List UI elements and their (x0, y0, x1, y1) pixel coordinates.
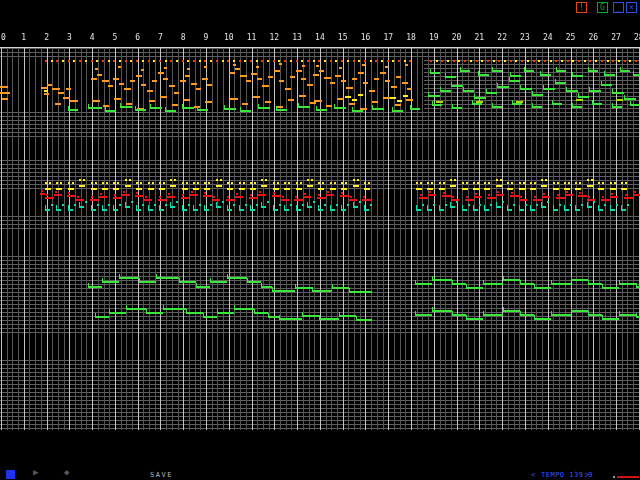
measure-number: 24 (543, 33, 553, 43)
measure-number: 26 (588, 33, 598, 43)
window-buttons: ! G _ × (0, 2, 640, 14)
measure-number: 15 (338, 33, 348, 43)
measure-number: 11 (247, 33, 257, 43)
measure-number: 19 (429, 33, 439, 43)
close-icon[interactable]: × (626, 2, 637, 13)
scroll-position-bar[interactable] (617, 476, 639, 478)
sequencer-window: 0123456789101112131415161718192021222324… (0, 0, 640, 480)
measure-number: 14 (315, 33, 325, 43)
measure-number: 10 (224, 33, 234, 43)
minimize-icon[interactable]: _ (613, 2, 624, 13)
measure-number: 23 (520, 33, 530, 43)
measure-number: 5 (112, 33, 117, 43)
measure-number: 3 (67, 33, 72, 43)
tempo-increase-button[interactable]: > (585, 471, 590, 479)
measure-number: 0 (1, 33, 6, 43)
play-icon[interactable]: ▶ (33, 467, 38, 477)
save-button[interactable]: SAVE (150, 471, 173, 479)
measure-number: 17 (383, 33, 393, 43)
tempo-decrease-button[interactable]: < (531, 471, 536, 479)
measure-number: 16 (361, 33, 371, 43)
status-bar: ▶ ◆ SAVE < TEMPO 139.9 > (0, 466, 640, 480)
measure-number: 4 (90, 33, 95, 43)
measure-number: 25 (566, 33, 576, 43)
measure-number: 8 (181, 33, 186, 43)
measure-number: 20 (452, 33, 462, 43)
measure-number: 2 (44, 33, 49, 43)
measure-number: 1 (21, 33, 26, 43)
loop-icon[interactable]: ◆ (64, 467, 69, 477)
measure-number: 6 (135, 33, 140, 43)
measure-number: 28 (634, 33, 640, 43)
g-icon[interactable]: G (597, 2, 608, 13)
measure-number: 7 (158, 33, 163, 43)
alert-icon[interactable]: ! (576, 2, 587, 13)
piano-roll[interactable] (0, 0, 640, 480)
measure-number: 9 (204, 33, 209, 43)
measure-ruler[interactable]: 0123456789101112131415161718192021222324… (0, 32, 640, 46)
stop-button[interactable] (6, 470, 15, 479)
measure-number: 27 (611, 33, 621, 43)
scrollbar-thumb-icon[interactable] (613, 476, 615, 478)
measure-number: 18 (406, 33, 416, 43)
measure-number: 13 (292, 33, 302, 43)
measure-number: 12 (270, 33, 280, 43)
measure-number: 21 (475, 33, 485, 43)
measure-number: 22 (497, 33, 507, 43)
